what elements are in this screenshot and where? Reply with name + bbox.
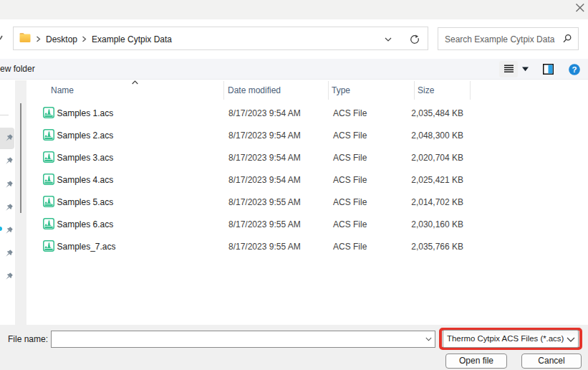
svg-text:?: ? — [572, 65, 577, 74]
